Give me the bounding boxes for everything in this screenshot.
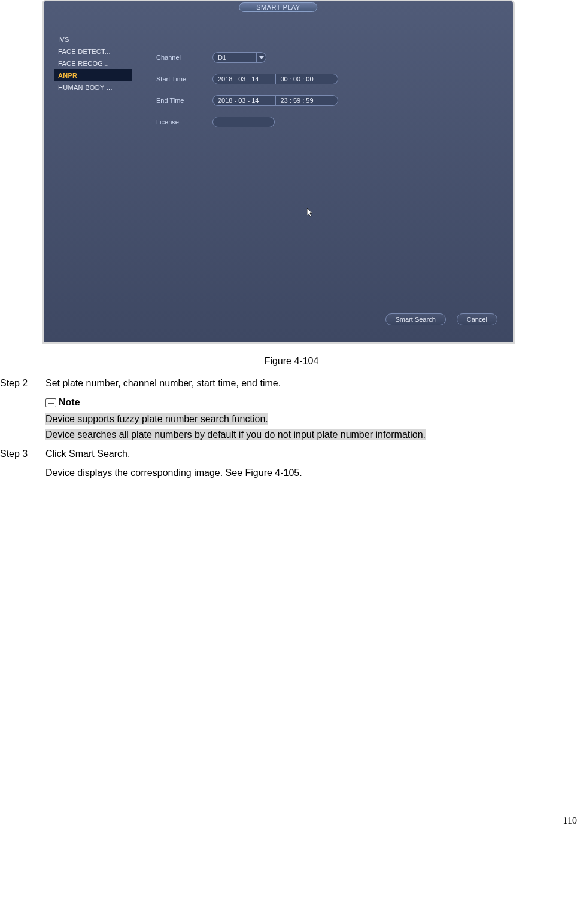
cancel-button[interactable]: Cancel (457, 313, 497, 325)
channel-dropdown-button[interactable] (256, 53, 266, 62)
sidebar-item-human-body[interactable]: HUMAN BODY ... (54, 81, 132, 93)
smart-play-screenshot: SMART PLAY IVS FACE DETECT... FACE RECOG… (42, 0, 515, 344)
license-label: License (156, 118, 212, 126)
cursor-icon (307, 208, 314, 219)
note-label: Note (59, 395, 80, 410)
smart-search-button[interactable]: Smart Search (385, 313, 446, 325)
window-title: SMART PLAY (239, 2, 317, 12)
form-area: Channel D1 Start Time 2018 - 03 - 14 (156, 51, 501, 138)
sidebar-item-face-detect[interactable]: FACE DETECT... (54, 45, 132, 57)
sidebar: IVS FACE DETECT... FACE RECOG... ANPR HU… (54, 33, 132, 93)
note-icon (45, 398, 56, 407)
start-time-value: 00 : 00 : 00 (276, 75, 338, 83)
end-time-value: 23 : 59 : 59 (276, 97, 338, 104)
end-time-input[interactable]: 2018 - 03 - 14 23 : 59 : 59 (212, 95, 338, 106)
figure-caption: Figure 4-104 (0, 356, 583, 367)
titlebar: SMART PLAY (44, 1, 513, 14)
step3-label: Step 3 (0, 447, 45, 461)
sidebar-item-ivs[interactable]: IVS (54, 33, 132, 45)
end-time-label: End Time (156, 97, 212, 104)
end-date-value: 2018 - 03 - 14 (213, 97, 275, 104)
sidebar-item-face-recog[interactable]: FACE RECOG... (54, 57, 132, 69)
channel-label: Channel (156, 54, 212, 61)
chevron-down-icon (259, 56, 264, 59)
license-input[interactable] (212, 117, 275, 127)
start-time-label: Start Time (156, 75, 212, 83)
sidebar-item-anpr[interactable]: ANPR (54, 69, 132, 81)
note-block: Note Device supports fuzzy plate number … (45, 395, 577, 442)
note-line-2: Device searches all plate numbers by def… (45, 429, 426, 440)
start-time-input[interactable]: 2018 - 03 - 14 00 : 00 : 00 (212, 74, 338, 84)
step3-subtext: Device displays the corresponding image.… (45, 466, 577, 480)
page-number: 110 (0, 815, 583, 826)
step2-text: Set plate number, channel number, start … (45, 376, 281, 391)
channel-value: D1 (218, 54, 226, 61)
channel-select[interactable]: D1 (212, 52, 266, 63)
step3-text: Click Smart Search. (45, 447, 130, 461)
start-date-value: 2018 - 03 - 14 (213, 75, 275, 83)
note-line-1: Device supports fuzzy plate number searc… (45, 413, 268, 425)
step2-label: Step 2 (0, 376, 45, 391)
